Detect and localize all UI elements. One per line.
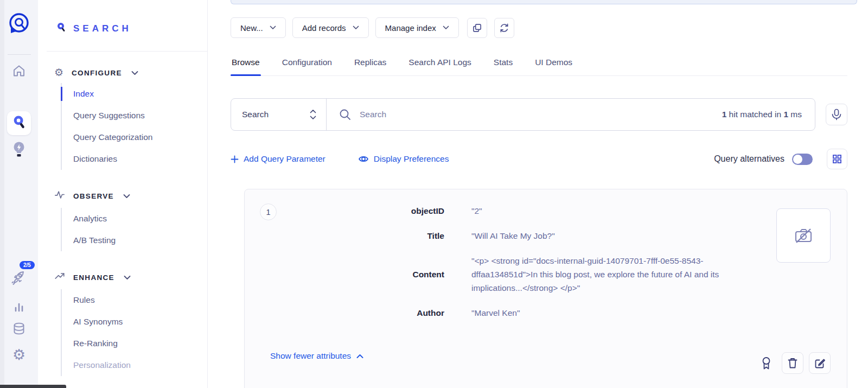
add-records-button[interactable]: Add records xyxy=(292,17,369,38)
tab-browse[interactable]: Browse xyxy=(231,51,261,75)
lightbulb-icon xyxy=(11,141,27,163)
select-chevrons-icon xyxy=(309,109,317,120)
chevron-down-icon xyxy=(124,272,131,282)
rail-settings-button[interactable]: ⚙ xyxy=(0,346,38,364)
refresh-button[interactable] xyxy=(494,18,514,38)
search-icon xyxy=(339,108,352,121)
ribbon-icon xyxy=(761,357,772,370)
sidebar-item-ab-testing[interactable]: A/B Testing xyxy=(62,230,207,251)
usage-badge: 2/5 xyxy=(20,261,35,269)
sidebar-item-query-suggestions[interactable]: Query Suggestions xyxy=(62,105,207,126)
query-options-row: Add Query Parameter Display Preferences … xyxy=(231,149,847,169)
sidebar-item-ai-synonyms[interactable]: AI Synonyms xyxy=(62,311,207,333)
microphone-icon xyxy=(831,109,842,120)
attribute-name: Title xyxy=(260,231,444,241)
hits-time: 1 xyxy=(783,110,788,119)
attribute-row: Title "Will AI Take My Job?" xyxy=(245,229,847,243)
section-configure-label: CONFIGURE xyxy=(72,69,122,77)
rail-recommend-button[interactable] xyxy=(0,141,38,163)
display-preferences-link[interactable]: Display Preferences xyxy=(358,154,449,164)
search-mode-select[interactable]: Search xyxy=(231,99,327,130)
bar-chart-icon xyxy=(11,300,27,317)
attribute-row: Author "Marvel Ken" xyxy=(245,306,847,320)
search-magnifier-icon xyxy=(56,22,67,36)
delete-record-button[interactable] xyxy=(782,352,803,374)
tab-ui-demos[interactable]: UI Demos xyxy=(534,51,573,75)
section-observe-label: OBSERVE xyxy=(73,192,114,200)
chevron-down-icon xyxy=(131,68,138,78)
chevron-up-icon xyxy=(356,354,363,359)
tab-search-api-logs[interactable]: Search API Logs xyxy=(407,51,472,75)
product-title-label: SEARCH xyxy=(73,23,132,34)
manage-index-label: Manage index xyxy=(385,23,436,33)
sidebar-item-query-categorization[interactable]: Query Categorization xyxy=(62,126,207,148)
add-query-parameter-label: Add Query Parameter xyxy=(244,154,326,164)
show-fewer-attributes-link[interactable]: Show fewer attributes xyxy=(270,351,363,361)
rail-home-button[interactable] xyxy=(0,63,38,80)
add-query-parameter-link[interactable]: Add Query Parameter xyxy=(231,154,326,164)
sidebar-item-dictionaries[interactable]: Dictionaries xyxy=(62,148,207,170)
attribute-value: "Marvel Ken" xyxy=(471,306,759,320)
attribute-row: Content "<p> <strong id="docs-internal-g… xyxy=(245,254,847,295)
voice-search-button[interactable] xyxy=(826,104,847,125)
hit-attributes: objectID "2" Title "Will AI Take My Job?… xyxy=(245,189,847,320)
rail-search-button[interactable] xyxy=(7,111,31,135)
promote-hit-button[interactable] xyxy=(761,357,772,370)
section-observe-header[interactable]: OBSERVE xyxy=(38,184,207,208)
section-enhance-header[interactable]: ENHANCE xyxy=(38,265,207,289)
database-icon xyxy=(11,321,27,339)
manage-index-button[interactable]: Manage index xyxy=(375,17,459,38)
chevron-down-icon xyxy=(353,26,359,30)
sidebar-item-rules[interactable]: Rules xyxy=(62,289,207,311)
trend-up-icon xyxy=(54,271,65,284)
display-preferences-label: Display Preferences xyxy=(374,154,449,164)
section-enhance: ENHANCE Rules AI Synonyms Re-Ranking Per… xyxy=(38,265,207,376)
app-window: 2/5 xyxy=(0,0,868,388)
rail-divider xyxy=(8,54,31,55)
hit-card: 1 objectID "2" Title "Will AI Take My Jo… xyxy=(244,189,847,388)
algolia-logo[interactable] xyxy=(0,11,38,37)
tab-stats[interactable]: Stats xyxy=(493,51,514,75)
sidebar-item-re-ranking[interactable]: Re-Ranking xyxy=(62,333,207,354)
attribute-name: Content xyxy=(260,270,444,279)
query-alternatives-toggle[interactable] xyxy=(792,154,813,165)
section-configure-header[interactable]: ⚙ CONFIGURE xyxy=(38,62,207,83)
section-configure: ⚙ CONFIGURE Index Query Suggestions Quer… xyxy=(38,62,207,170)
hit-actions xyxy=(761,352,831,374)
rail-upgrade-button[interactable]: 2/5 xyxy=(0,261,38,288)
grid-icon xyxy=(832,154,842,164)
search-bar: Search 1 hit matched in 1 ms xyxy=(231,98,815,131)
camera-off-icon xyxy=(793,225,814,246)
chevron-down-icon xyxy=(270,26,276,30)
hits-count: 1 xyxy=(722,110,727,119)
chevron-down-icon xyxy=(443,26,449,30)
new-button[interactable]: New... xyxy=(231,17,286,38)
new-button-label: New... xyxy=(240,23,263,33)
sidebar: SEARCH ⚙ CONFIGURE Index Query Suggestio… xyxy=(38,0,208,388)
search-input[interactable] xyxy=(360,110,722,119)
plus-icon xyxy=(231,155,239,163)
hit-rank-badge: 1 xyxy=(260,203,277,220)
add-records-label: Add records xyxy=(302,23,346,33)
rail-analytics-button[interactable] xyxy=(0,300,38,317)
layout-grid-button[interactable] xyxy=(827,149,847,169)
chevron-down-icon xyxy=(123,191,130,201)
index-toolbar: New... Add records Manage index xyxy=(231,17,847,38)
sidebar-product-title: SEARCH xyxy=(38,0,207,36)
edit-record-button[interactable] xyxy=(809,352,831,374)
edit-icon xyxy=(814,358,826,369)
sidebar-item-analytics[interactable]: Analytics xyxy=(62,208,207,230)
rail-data-button[interactable] xyxy=(0,321,38,339)
hit-image-placeholder xyxy=(776,208,831,263)
eye-icon xyxy=(358,155,369,163)
sidebar-item-personalization[interactable]: Personalization xyxy=(62,354,207,376)
tab-configuration[interactable]: Configuration xyxy=(281,51,333,75)
attribute-value: "2" xyxy=(471,204,759,218)
configure-gear-icon: ⚙ xyxy=(54,68,63,78)
attribute-name: objectID xyxy=(260,206,444,216)
tab-replicas[interactable]: Replicas xyxy=(353,51,387,75)
copy-index-button[interactable] xyxy=(467,18,487,38)
pulse-icon xyxy=(54,189,65,202)
home-icon xyxy=(11,63,27,80)
sidebar-item-index[interactable]: Index xyxy=(62,83,207,105)
